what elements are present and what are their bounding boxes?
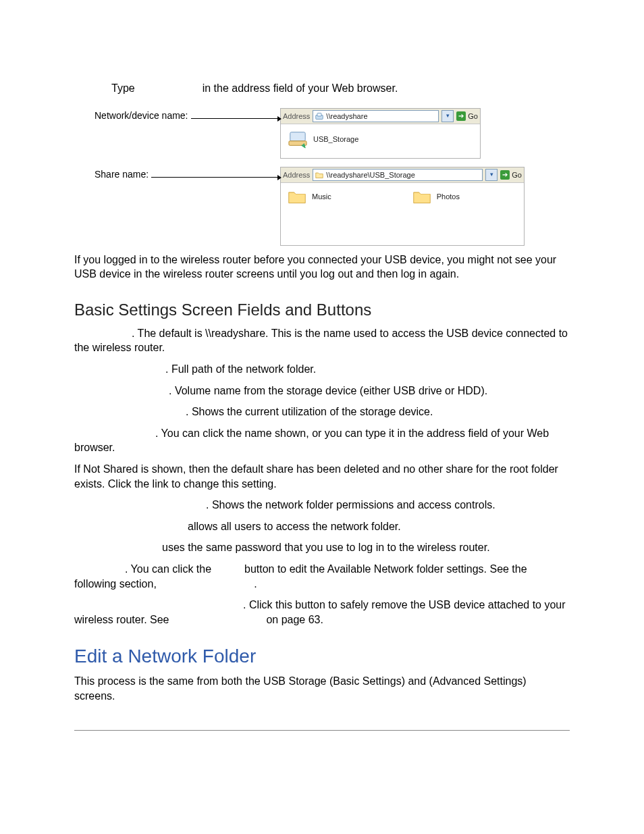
paragraph-utilization: . Shows the current utilization of the s… <box>74 405 570 419</box>
paragraph-clickname: . You can click the name shown, or you c… <box>74 426 570 455</box>
type-rest-text: in the address field of your Web browser… <box>203 81 398 96</box>
paragraph-allow: allows all users to access the network f… <box>74 519 570 534</box>
go-arrow-icon: ➔ <box>456 111 466 121</box>
paragraph-password: uses the same password that you use to l… <box>74 540 570 555</box>
svg-rect-2 <box>290 132 305 140</box>
share-path-icon <box>315 112 323 120</box>
explorer-window-1: Address \\readyshare ▾ ➔ Go <box>280 108 481 159</box>
paragraph-volumename: . Volume name from the storage device (e… <box>74 384 570 398</box>
callout-network-device: Network/device name: <box>95 110 188 121</box>
address-value: \\readyshare <box>326 112 367 120</box>
usb-storage-label: USB_Storage <box>313 135 358 143</box>
paragraph-network-device: . The default is \\readyshare. This is t… <box>74 326 570 355</box>
network-drive-icon <box>288 130 308 149</box>
paragraph-safely-remove: . Click this button to safely remove the… <box>74 598 570 627</box>
folder-icon <box>412 188 431 205</box>
address-dropdown[interactable]: ▾ <box>485 169 498 181</box>
go-label: Go <box>468 112 478 120</box>
heading-edit-network-folder: Edit a Network Folder <box>74 646 570 667</box>
paragraph-folder: . Full path of the network folder. <box>74 362 570 377</box>
usb-storage-item[interactable]: USB_Storage <box>288 130 358 149</box>
folder-music[interactable]: Music <box>288 188 331 205</box>
address-dropdown[interactable]: ▾ <box>441 110 454 122</box>
music-label: Music <box>312 192 331 201</box>
go-button[interactable]: ➔ Go <box>456 111 478 121</box>
paragraph-edit-process: This process is the same from both the U… <box>74 674 570 703</box>
paragraph-edit: . You can click the button to edit the A… <box>74 562 570 591</box>
explorer-window-2: Address \\readyshare\USB_Storage ▾ ➔ Go <box>280 167 525 246</box>
go-arrow-icon: ➔ <box>500 170 510 180</box>
heading-basic-settings: Basic Settings Screen Fields and Buttons <box>74 301 570 319</box>
address-input[interactable]: \\readyshare <box>313 110 439 122</box>
go-label: Go <box>512 171 522 179</box>
address-label: Address <box>283 112 310 120</box>
address-label: Address <box>283 171 310 179</box>
type-text: Type <box>111 81 135 96</box>
folder-path-icon <box>315 171 323 179</box>
paragraph-login-note: If you logged in to the wireless router … <box>74 253 570 282</box>
paragraph-permissions: . Shows the network folder permissions a… <box>74 498 570 513</box>
address-input[interactable]: \\readyshare\USB_Storage <box>313 169 483 181</box>
folder-icon <box>288 188 306 205</box>
folder-photos[interactable]: Photos <box>412 188 460 205</box>
address-value: \\readyshare\USB_Storage <box>326 171 414 179</box>
photos-label: Photos <box>437 192 460 201</box>
paragraph-notshared: If Not Shared is shown, then the default… <box>74 462 570 491</box>
svg-rect-1 <box>317 113 321 116</box>
go-button[interactable]: ➔ Go <box>500 170 522 180</box>
callout-share-name: Share name: <box>95 169 149 180</box>
